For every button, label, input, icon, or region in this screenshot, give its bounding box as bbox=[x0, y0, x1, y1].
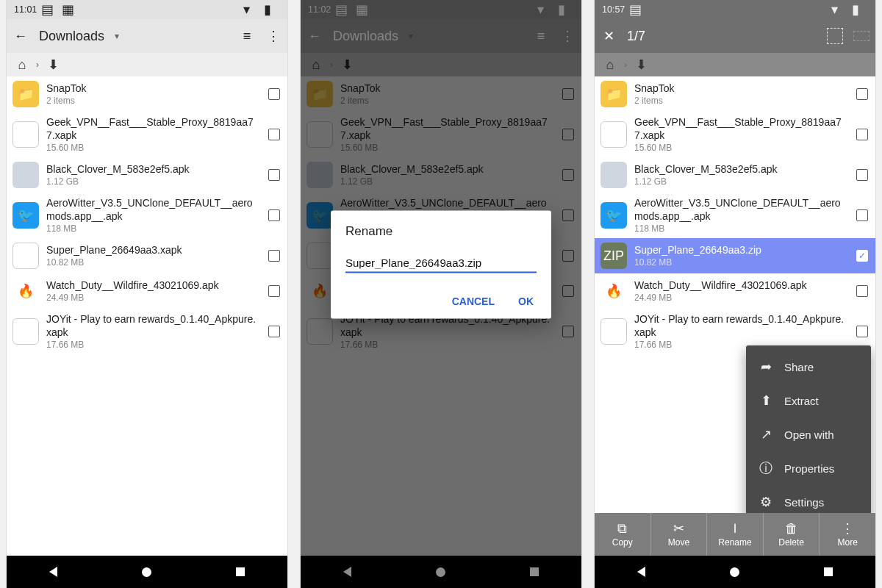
file-name: AeroWitter_V3.5_UNClone_DEFAULT__aeromod… bbox=[46, 197, 261, 223]
file-subtitle: 24.49 MB bbox=[46, 293, 261, 303]
file-row[interactable]: 🔥Watch_Duty__Wildfire_43021069.apk24.49 … bbox=[7, 273, 287, 309]
row-checkbox[interactable] bbox=[268, 285, 280, 297]
file-row[interactable]: 📁SnapTok2 items bbox=[7, 76, 287, 112]
back-icon[interactable]: ← bbox=[12, 28, 29, 44]
row-checkbox[interactable] bbox=[856, 129, 868, 140]
row-checkbox[interactable]: ✓ bbox=[856, 250, 868, 262]
cancel-button[interactable]: CANCEL bbox=[449, 290, 498, 313]
overflow-menu-icon[interactable]: ⋮ bbox=[265, 28, 282, 44]
file-name: Black_Clover_M_583e2ef5.apk bbox=[634, 163, 849, 176]
action-rename[interactable]: ＩRename bbox=[707, 513, 763, 556]
menu-item-share[interactable]: ➦Share bbox=[746, 350, 871, 384]
view-toggle-icon[interactable]: ≡ bbox=[239, 28, 255, 44]
file-row[interactable]: Super_Plane_26649aa3.xapk10.82 MB bbox=[7, 238, 287, 273]
row-checkbox[interactable] bbox=[268, 250, 280, 262]
menu-item-label: Share bbox=[784, 361, 814, 373]
settings-icon: ⚙ bbox=[758, 494, 774, 510]
blank-icon bbox=[600, 121, 627, 148]
row-checkbox[interactable] bbox=[268, 209, 280, 221]
delete-icon: 🗑 bbox=[785, 522, 798, 535]
file-row[interactable]: 📁SnapTok2 items bbox=[595, 76, 875, 112]
extract-icon: ⬆ bbox=[758, 392, 774, 409]
wifi-icon: ▾ bbox=[243, 1, 259, 18]
selection-toolbar: ✕ 1/7 bbox=[595, 19, 875, 53]
file-list[interactable]: 📁SnapTok2 itemsGeek_VPN__Fast___Stable_P… bbox=[7, 76, 287, 556]
menu-item-extract[interactable]: ⬆Extract bbox=[746, 384, 871, 417]
nav-home-icon[interactable] bbox=[728, 564, 742, 579]
download-icon[interactable]: ⬇ bbox=[45, 57, 61, 73]
nav-recent-icon[interactable] bbox=[233, 564, 248, 579]
row-checkbox[interactable] bbox=[856, 209, 868, 221]
row-checkbox[interactable] bbox=[268, 326, 280, 337]
file-row[interactable]: Geek_VPN__Fast___Stable_Proxy_8819aa77.x… bbox=[595, 112, 875, 157]
menu-item-openwith[interactable]: ↗Open with bbox=[746, 417, 871, 451]
nav-back-icon[interactable] bbox=[634, 564, 649, 579]
file-subtitle: 118 MB bbox=[634, 223, 849, 234]
row-checkbox[interactable] bbox=[856, 169, 868, 181]
file-name: Black_Clover_M_583e2ef5.apk bbox=[46, 163, 261, 176]
dropdown-icon[interactable]: ▾ bbox=[115, 31, 119, 41]
menu-item-label: Extract bbox=[784, 395, 819, 407]
row-checkbox[interactable] bbox=[268, 129, 280, 140]
action-move[interactable]: ✂Move bbox=[651, 513, 707, 556]
file-row[interactable]: 🐦AeroWitter_V3.5_UNClone_DEFAULT__aeromo… bbox=[595, 193, 875, 238]
action-copy[interactable]: ⧉Copy bbox=[595, 513, 650, 556]
invert-selection-icon[interactable] bbox=[853, 31, 870, 41]
nav-recent-icon[interactable] bbox=[821, 564, 836, 579]
toolbar-title[interactable]: Downloads bbox=[39, 29, 104, 44]
menu-item-label: Properties bbox=[784, 462, 834, 475]
home-icon[interactable]: ⌂ bbox=[14, 57, 30, 73]
nav-home-icon[interactable] bbox=[140, 564, 154, 579]
home-icon[interactable]: ⌂ bbox=[602, 57, 618, 73]
breadcrumb: ⌂ › ⬇ bbox=[7, 53, 287, 76]
menu-item-properties[interactable]: ⓘProperties bbox=[746, 451, 871, 485]
row-checkbox[interactable] bbox=[268, 88, 280, 100]
dialog-title: Rename bbox=[345, 224, 537, 239]
download-icon[interactable]: ⬇ bbox=[633, 57, 649, 73]
row-checkbox[interactable] bbox=[856, 285, 868, 297]
file-subtitle: 15.60 MB bbox=[46, 143, 261, 153]
action-delete[interactable]: 🗑Delete bbox=[764, 513, 820, 556]
file-row[interactable]: Black_Clover_M_583e2ef5.apk1.12 GB bbox=[595, 157, 875, 193]
phone-screen-2: 11:02 ▤ ▦ ▾ ▮ ← Downloads ▾ ≡ ⋮ ⌂ › ⬇ 📁S… bbox=[301, 0, 581, 588]
chevron-icon: › bbox=[36, 60, 39, 70]
share-icon: ➦ bbox=[758, 359, 774, 375]
file-row[interactable]: 🐦AeroWitter_V3.5_UNClone_DEFAULT__aeromo… bbox=[7, 193, 287, 238]
file-row[interactable]: Geek_VPN__Fast___Stable_Proxy_8819aa77.x… bbox=[7, 112, 287, 157]
file-row[interactable]: ZIPSuper_Plane_26649aa3.zip10.82 MB✓ bbox=[595, 238, 875, 273]
more-menu-popup: ➦Share⬆Extract↗Open withⓘProperties⚙Sett… bbox=[746, 345, 871, 523]
file-subtitle: 118 MB bbox=[46, 223, 261, 234]
row-checkbox[interactable] bbox=[856, 326, 868, 337]
fire-icon: 🔥 bbox=[12, 278, 39, 304]
status-bar: 11:01 ▤ ▦ ▾ ▮ bbox=[7, 0, 287, 19]
close-icon[interactable]: ✕ bbox=[600, 28, 617, 44]
selection-count: 1/7 bbox=[627, 29, 645, 44]
file-row[interactable]: 🔥Watch_Duty__Wildfire_43021069.apk24.49 … bbox=[595, 273, 875, 309]
file-subtitle: 24.49 MB bbox=[634, 293, 849, 303]
file-name: Super_Plane_26649aa3.zip bbox=[634, 244, 849, 257]
file-subtitle: 10.82 MB bbox=[634, 257, 849, 268]
file-name: SnapTok bbox=[634, 82, 849, 96]
rename-input[interactable] bbox=[345, 254, 537, 273]
row-checkbox[interactable] bbox=[856, 88, 868, 100]
select-all-icon[interactable] bbox=[827, 28, 843, 44]
properties-icon: ⓘ bbox=[758, 460, 774, 476]
android-navbar bbox=[7, 556, 287, 588]
phone-screen-3: 10:57 ▤ ▾ ▮ ✕ 1/7 ⌂ › ⬇ 📁SnapTok2 itemsG… bbox=[595, 0, 875, 588]
nav-back-icon[interactable] bbox=[46, 564, 61, 579]
blank-icon bbox=[12, 121, 39, 148]
move-icon: ✂ bbox=[673, 522, 684, 535]
file-name: JOYit - Play to earn rewards_0.1.40_Apkp… bbox=[634, 313, 849, 339]
battery-icon: ▮ bbox=[852, 1, 868, 18]
row-checkbox[interactable] bbox=[268, 169, 280, 181]
selection-actionbar: ⧉Copy✂MoveＩRename🗑Delete⋮More bbox=[595, 513, 875, 556]
file-name: JOYit - Play to earn rewards_0.1.40_Apkp… bbox=[46, 313, 261, 339]
file-subtitle: 1.12 GB bbox=[46, 176, 261, 187]
file-name: Super_Plane_26649aa3.xapk bbox=[46, 244, 261, 257]
file-row[interactable]: JOYit - Play to earn rewards_0.1.40_Apkp… bbox=[7, 309, 287, 354]
file-row[interactable]: Black_Clover_M_583e2ef5.apk1.12 GB bbox=[7, 157, 287, 193]
zip-icon: ZIP bbox=[600, 243, 627, 269]
action-more[interactable]: ⋮More bbox=[820, 513, 875, 556]
chevron-icon: › bbox=[624, 60, 627, 70]
ok-button[interactable]: OK bbox=[515, 290, 537, 313]
